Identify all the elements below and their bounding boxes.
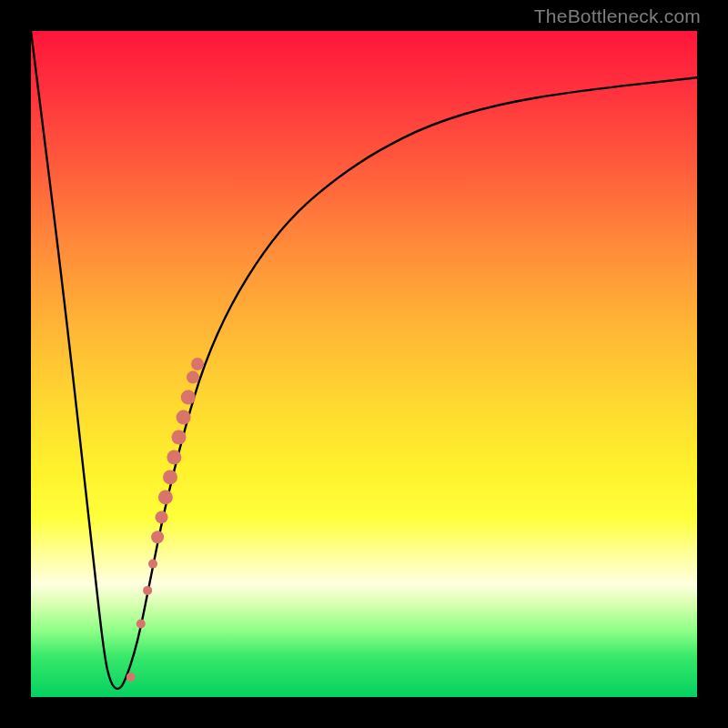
data-marker: [151, 531, 164, 543]
bottleneck-curve-path: [31, 31, 697, 689]
data-marker: [187, 371, 199, 384]
data-marker: [148, 560, 157, 569]
data-marker: [163, 470, 177, 484]
data-marker: [172, 430, 187, 445]
data-marker: [167, 450, 181, 465]
data-marker: [191, 358, 204, 370]
data-marker: [156, 511, 168, 523]
bottleneck-curve-svg: [31, 31, 697, 697]
plot-area: [31, 31, 697, 697]
data-marker: [126, 672, 136, 682]
data-marker: [136, 620, 146, 629]
chart-frame: TheBottleneck.com: [0, 0, 728, 728]
watermark-text: TheBottleneck.com: [534, 5, 701, 27]
data-marker: [158, 490, 173, 504]
data-marker: [143, 586, 152, 595]
data-marker: [181, 390, 196, 405]
data-marker: [177, 410, 191, 425]
